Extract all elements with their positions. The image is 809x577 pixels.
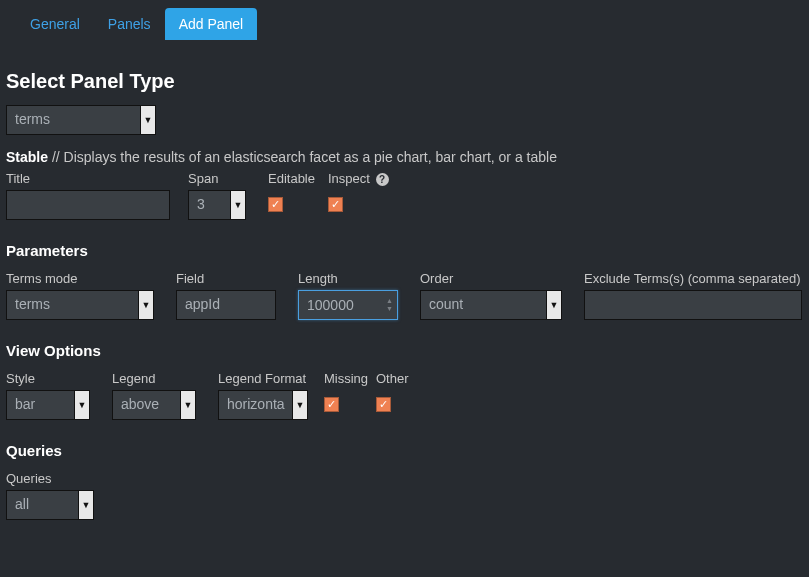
missing-checkbox[interactable]: ✓ bbox=[324, 397, 339, 412]
legend-select[interactable]: above ▼ bbox=[112, 390, 196, 420]
tab-general[interactable]: General bbox=[16, 8, 94, 40]
heading-queries: Queries bbox=[6, 442, 803, 459]
queries-select[interactable]: all ▼ bbox=[6, 490, 94, 520]
missing-label: Missing bbox=[324, 371, 372, 386]
status-badge: Stable bbox=[6, 149, 48, 165]
span-value: 3 bbox=[189, 191, 230, 219]
chevron-down-icon: ▼ bbox=[180, 391, 195, 419]
editable-label: Editable bbox=[268, 171, 318, 186]
legend-format-select[interactable]: horizonta ▼ bbox=[218, 390, 308, 420]
length-value: 100000 bbox=[307, 297, 354, 313]
tab-add-panel[interactable]: Add Panel bbox=[165, 8, 258, 40]
span-label: Span bbox=[188, 171, 246, 186]
length-input[interactable]: 100000 ▲▼ bbox=[298, 290, 398, 320]
panel-type-value: terms bbox=[7, 106, 140, 134]
inspect-label-text: Inspect bbox=[328, 171, 370, 186]
heading-view-options: View Options bbox=[6, 342, 803, 359]
help-icon[interactable]: ? bbox=[376, 173, 389, 186]
panel-type-select[interactable]: terms ▼ bbox=[6, 105, 156, 135]
title-label: Title bbox=[6, 171, 170, 186]
chevron-down-icon: ▼ bbox=[546, 291, 561, 319]
status-text: Displays the results of an elasticsearch… bbox=[64, 149, 557, 165]
terms-mode-value: terms bbox=[7, 291, 138, 319]
exclude-terms-label: Exclude Terms(s) (comma separated) bbox=[584, 271, 802, 286]
style-value: bar bbox=[7, 391, 74, 419]
field-input[interactable]: appId bbox=[176, 290, 276, 320]
panel-description: Stable // Displays the results of an ela… bbox=[6, 149, 803, 165]
chevron-down-icon: ▼ bbox=[292, 391, 307, 419]
inspect-label: Inspect ? bbox=[328, 171, 408, 186]
chevron-down-icon: ▼ bbox=[138, 291, 153, 319]
legend-label: Legend bbox=[112, 371, 196, 386]
order-select[interactable]: count ▼ bbox=[420, 290, 562, 320]
queries-value: all bbox=[7, 491, 78, 519]
order-label: Order bbox=[420, 271, 562, 286]
span-select[interactable]: 3 ▼ bbox=[188, 190, 246, 220]
editable-checkbox[interactable]: ✓ bbox=[268, 197, 283, 212]
legend-format-value: horizonta bbox=[219, 391, 292, 419]
title-input[interactable] bbox=[6, 190, 170, 220]
field-label: Field bbox=[176, 271, 276, 286]
inspect-checkbox[interactable]: ✓ bbox=[328, 197, 343, 212]
chevron-down-icon: ▼ bbox=[140, 106, 155, 134]
heading-parameters: Parameters bbox=[6, 242, 803, 259]
style-select[interactable]: bar ▼ bbox=[6, 390, 90, 420]
heading-select-panel-type: Select Panel Type bbox=[6, 70, 803, 93]
terms-mode-select[interactable]: terms ▼ bbox=[6, 290, 154, 320]
order-value: count bbox=[421, 291, 546, 319]
exclude-terms-input[interactable] bbox=[584, 290, 802, 320]
length-label: Length bbox=[298, 271, 398, 286]
tabs: General Panels Add Panel bbox=[6, 0, 803, 40]
style-label: Style bbox=[6, 371, 90, 386]
legend-value: above bbox=[113, 391, 180, 419]
other-checkbox[interactable]: ✓ bbox=[376, 397, 391, 412]
spinner-icon[interactable]: ▲▼ bbox=[386, 291, 393, 319]
chevron-down-icon: ▼ bbox=[78, 491, 93, 519]
queries-label: Queries bbox=[6, 471, 94, 486]
other-label: Other bbox=[376, 371, 424, 386]
tab-panels[interactable]: Panels bbox=[94, 8, 165, 40]
status-sep: // bbox=[48, 149, 64, 165]
legend-format-label: Legend Format bbox=[218, 371, 308, 386]
terms-mode-label: Terms mode bbox=[6, 271, 154, 286]
chevron-down-icon: ▼ bbox=[74, 391, 89, 419]
chevron-down-icon: ▼ bbox=[230, 191, 245, 219]
